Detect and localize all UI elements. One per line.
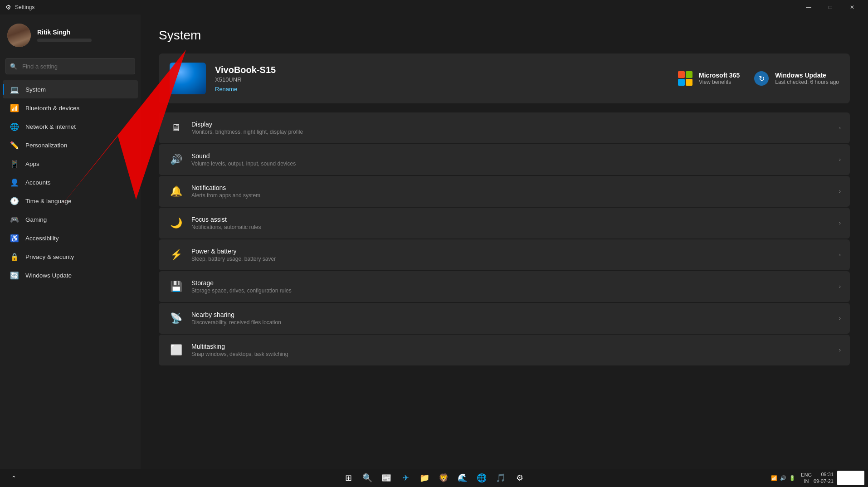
app-container: Ritik Singh 🔍 💻 System 📶 Bluetooth & dev… [0,15,868,469]
microsoft365-sub: View benefits [699,79,740,85]
settings-text-focus: Focus assist Notifications, automatic ru… [191,216,832,230]
nav-label-gaming: Gaming [25,216,47,223]
microsoft365-icon [677,70,693,87]
taskbar-center: ⊞ 🔍 📰 ✈ 📁 🦁 🌊 🌐 🎵 ⚙ [339,469,529,487]
settings-item-sound[interactable]: 🔊 Sound Volume levels, output, input, so… [159,144,850,175]
settings-desc-notifications: Alerts from apps and system [191,192,832,199]
settings-item-power[interactable]: ⚡ Power & battery Sleep, battery usage, … [159,239,850,270]
nav-icon-privacy: 🔒 [10,252,19,261]
windows-update-icon: ↻ [753,70,770,87]
sidebar-item-system[interactable]: 💻 System [3,80,138,98]
settings-item-storage[interactable]: 💾 Storage Storage space, drives, configu… [159,271,850,302]
banner-right: Microsoft 365 View benefits ↻ Windows Up… [677,70,839,87]
settings-text-display: Display Monitors, brightness, night ligh… [191,121,832,135]
nav-icon-gaming: 🎮 [10,215,19,224]
settings-item-focus[interactable]: 🌙 Focus assist Notifications, automatic … [159,208,850,239]
settings-icon-notifications: 🔔 [168,183,184,200]
user-bar [37,39,92,42]
notification-panel[interactable] [837,471,864,485]
avatar[interactable] [7,24,31,47]
edge-icon[interactable]: 🌊 [454,469,472,487]
close-button[interactable]: ✕ [842,0,863,15]
spotify-icon[interactable]: 🎵 [492,469,510,487]
brave-icon[interactable]: 🦁 [434,469,453,487]
taskbar: ⌃ ⊞ 🔍 📰 ✈ 📁 🦁 🌊 🌐 🎵 ⚙ 📶 🔊 🔋 ENG IN 09:31… [0,469,868,487]
search-input[interactable] [5,58,135,74]
wifi-icon: 📶 [771,475,777,481]
settings-title-storage: Storage [191,279,832,287]
nav-label-apps: Apps [25,161,39,167]
sidebar-item-time[interactable]: 🕐 Time & language [3,192,138,210]
settings-icon-focus: 🌙 [168,215,184,231]
page-title: System [159,28,850,43]
files-icon[interactable]: 📁 [415,469,434,487]
telegram-icon[interactable]: ✈ [396,469,414,487]
microsoft365-text: Microsoft 365 View benefits [699,72,740,85]
search-icon: 🔍 [10,63,17,70]
search-box: 🔍 [5,58,135,74]
nav-label-privacy: Privacy & security [25,253,74,260]
settings-text-sound: Sound Volume levels, output, input, soun… [191,152,832,167]
settings-title-nearby: Nearby sharing [191,311,832,318]
microsoft365-card[interactable]: Microsoft 365 View benefits [677,70,740,87]
chevron-right-icon: › [839,347,841,353]
sidebar-item-network[interactable]: 🌐 Network & internet [3,117,138,136]
chevron-right-icon: › [839,188,841,195]
settings-item-notifications[interactable]: 🔔 Notifications Alerts from apps and sys… [159,176,850,207]
user-info: Ritik Singh [37,29,133,42]
sidebar-item-accessibility[interactable]: ♿ Accessibility [3,229,138,247]
nav-label-accessibility: Accessibility [25,235,59,242]
sidebar-item-personalization[interactable]: ✏️ Personalization [3,136,138,154]
device-model: X510UNR [215,76,668,83]
settings-taskbar-icon[interactable]: ⚙ [511,469,529,487]
titlebar-icon: ⚙ [5,4,11,11]
maximize-button[interactable]: □ [820,0,841,15]
minimize-button[interactable]: — [798,0,819,15]
battery-icon: 🔋 [789,475,795,481]
settings-icon-multitasking: ⬜ [168,342,184,358]
widgets-button[interactable]: 📰 [377,469,395,487]
settings-text-storage: Storage Storage space, drives, configura… [191,279,832,294]
nav-icon-time: 🕐 [10,196,19,205]
nav-icon-personalization: ✏️ [10,141,19,150]
nav-label-bluetooth: Bluetooth & devices [25,105,79,112]
settings-title-sound: Sound [191,152,832,160]
sidebar-item-gaming[interactable]: 🎮 Gaming [3,210,138,229]
settings-item-display[interactable]: 🖥 Display Monitors, brightness, night li… [159,112,850,143]
settings-item-nearby[interactable]: 📡 Nearby sharing Discoverability, receiv… [159,303,850,334]
chrome-icon[interactable]: 🌐 [473,469,491,487]
user-name: Ritik Singh [37,29,133,36]
device-image [170,63,206,94]
search-taskbar-button[interactable]: 🔍 [358,469,376,487]
settings-desc-storage: Storage space, drives, configuration rul… [191,287,832,294]
sidebar-item-accounts[interactable]: 👤 Accounts [3,173,138,191]
titlebar: ⚙ Settings — □ ✕ [0,0,868,15]
chevron-up-icon[interactable]: ⌃ [5,469,23,487]
nav-icon-network: 🌐 [10,122,19,131]
chevron-right-icon: › [839,220,841,226]
nav-label-time: Time & language [25,198,72,205]
taskbar-left: ⌃ [5,469,23,487]
settings-desc-display: Monitors, brightness, night light, displ… [191,129,832,135]
sidebar-item-update[interactable]: 🔄 Windows Update [3,266,138,284]
windows-update-card[interactable]: ↻ Windows Update Last checked: 6 hours a… [753,70,839,87]
sidebar-item-privacy[interactable]: 🔒 Privacy & security [3,248,138,266]
settings-item-multitasking[interactable]: ⬜ Multitasking Snap windows, desktops, t… [159,335,850,365]
microsoft365-title: Microsoft 365 [699,72,740,79]
sidebar-item-bluetooth[interactable]: 📶 Bluetooth & devices [3,99,138,117]
settings-list: 🖥 Display Monitors, brightness, night li… [159,112,850,365]
settings-desc-multitasking: Snap windows, desktops, task switching [191,351,832,357]
sidebar-item-apps[interactable]: 📱 Apps [3,155,138,173]
titlebar-controls: — □ ✕ [798,0,863,15]
settings-title-multitasking: Multitasking [191,343,832,350]
taskbar-sys: 📶 🔊 🔋 [767,475,799,481]
start-button[interactable]: ⊞ [339,469,357,487]
settings-desc-focus: Notifications, automatic rules [191,224,832,230]
nav-label-system: System [25,86,46,93]
chevron-right-icon: › [839,283,841,290]
settings-desc-sound: Volume levels, output, input, sound devi… [191,161,832,167]
settings-desc-nearby: Discoverability, received files location [191,319,832,326]
taskbar-datetime: 09:31 09-07-21 [814,471,834,485]
taskbar-language: ENG IN [801,472,812,485]
rename-button[interactable]: Rename [215,86,668,93]
